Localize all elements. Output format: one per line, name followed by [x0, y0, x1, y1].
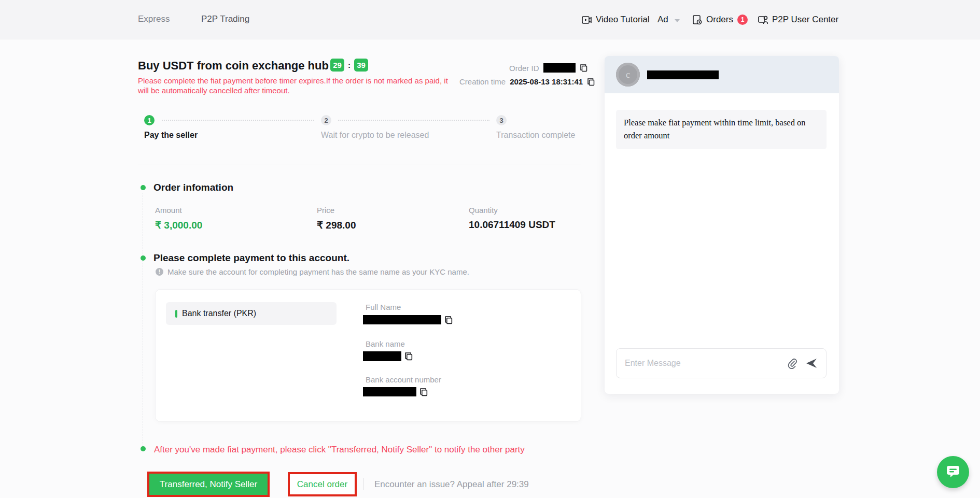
p2p-user-center-icon	[758, 15, 768, 24]
support-chat-fab[interactable]	[937, 456, 969, 488]
nav-video-tutorial[interactable]: Video Tutorial	[582, 0, 650, 39]
chat-message-bubble: Please make fiat payment within time lim…	[616, 110, 827, 149]
top-nav: Express P2P Trading Video Tutorial Ad	[0, 0, 980, 39]
transferred-notify-seller-button[interactable]: Transferred, Notify Seller	[149, 474, 268, 495]
chat-panel: c Please make fiat payment within time l…	[605, 56, 839, 394]
info-icon: !	[156, 268, 163, 276]
copy-bank-name-icon[interactable]	[404, 352, 413, 361]
bank-name-value-row	[363, 351, 413, 361]
video-tutorial-label: Video Tutorial	[596, 15, 650, 25]
quantity-value: 10.06711409 USDT	[469, 219, 555, 231]
price-label: Price	[317, 206, 334, 215]
divider	[138, 164, 581, 164]
quantity-label: Quantity	[469, 206, 498, 215]
timeline-dot	[141, 255, 146, 261]
counterparty-avatar[interactable]: c	[616, 63, 640, 87]
creation-time-row: Creation time 2025-08-13 18:31:41	[459, 77, 595, 86]
timer-minutes: 29	[330, 59, 344, 72]
kyc-note: ! Make sure the account for completing p…	[156, 267, 469, 276]
cancel-button-highlight: Cancel order	[288, 472, 357, 496]
step-1-label: Pay the seller	[144, 131, 198, 140]
creation-time-value: 2025-08-13 18:31:41	[510, 77, 583, 86]
step-connector	[162, 120, 314, 121]
payment-method-label: Bank transfer (PKR)	[182, 309, 256, 318]
copy-order-id-icon[interactable]	[580, 64, 588, 72]
copy-bank-account-icon[interactable]	[419, 388, 428, 396]
payment-method-tab[interactable]: Bank transfer (PKR)	[166, 302, 337, 325]
order-id-label: Order ID	[509, 64, 539, 73]
appeal-text: Encounter an issue? Appeal after 29:39	[374, 479, 529, 490]
step-2-circle: 2	[321, 115, 331, 125]
step-3-label: Transaction complete	[496, 131, 575, 140]
chevron-down-icon	[675, 19, 680, 22]
nav-ad-menu[interactable]: Ad	[657, 0, 680, 39]
nav-orders[interactable]: Orders 1	[693, 0, 748, 39]
payment-heading: Please complete payment to this account.	[153, 252, 349, 264]
ad-label: Ad	[657, 15, 668, 25]
divider	[363, 478, 363, 490]
transferred-button-highlight: Transferred, Notify Seller	[147, 472, 270, 497]
nav-tab-express[interactable]: Express	[138, 14, 170, 24]
chat-header: c	[605, 56, 839, 93]
chat-message-input[interactable]	[625, 359, 787, 368]
orders-icon	[693, 15, 702, 25]
send-icon[interactable]	[806, 358, 818, 368]
p2p-user-center-label: P2P User Center	[772, 15, 838, 25]
copy-full-name-icon[interactable]	[444, 316, 453, 324]
p2p-order-page: Express P2P Trading Video Tutorial Ad	[0, 0, 980, 498]
full-name-label: Full Name	[366, 303, 401, 311]
timeline-dashed-line	[143, 193, 143, 449]
attachment-icon[interactable]	[787, 358, 797, 369]
amount-value: ₹ 3,000.00	[155, 219, 202, 231]
timeline-dot	[141, 446, 146, 451]
price-value: ₹ 298.00	[317, 219, 356, 231]
amount-label: Amount	[155, 206, 182, 215]
orders-count-badge: 1	[737, 15, 748, 25]
full-name-value-row	[363, 315, 453, 324]
step-2-label: Wait for crypto to be released	[321, 131, 429, 140]
timeout-warning: Please complete the fiat payment before …	[138, 76, 454, 95]
kyc-note-text: Make sure the account for completing pay…	[167, 267, 469, 276]
bank-name-label: Bank name	[366, 339, 405, 348]
orders-label: Orders	[706, 15, 733, 25]
chat-bubble-icon	[945, 464, 961, 480]
step-3-circle: 3	[496, 115, 507, 125]
nav-tab-p2p-trading[interactable]: P2P Trading	[201, 14, 249, 24]
video-tutorial-icon	[582, 16, 592, 24]
chat-input-box	[616, 348, 827, 378]
nav-p2p-user-center[interactable]: P2P User Center	[758, 0, 838, 39]
timer-seconds: 39	[354, 59, 368, 72]
bank-account-number-label: Bank account number	[366, 375, 441, 384]
timeline-dot	[141, 185, 146, 190]
payment-account-card: Bank transfer (PKR) Full Name Bank name	[155, 289, 581, 422]
counterparty-name-redacted	[647, 70, 719, 79]
bank-account-number-value-row	[363, 387, 428, 396]
full-name-redacted	[363, 315, 441, 324]
copy-creation-time-icon[interactable]	[587, 78, 595, 86]
creation-time-label: Creation time	[459, 77, 506, 86]
bank-name-redacted	[363, 351, 401, 361]
cancel-order-button[interactable]: Cancel order	[290, 474, 355, 494]
payment-timer: 29 : 39	[330, 59, 368, 72]
page-title: Buy USDT from coin exchange hub	[138, 59, 329, 73]
step-1-circle: 1	[144, 115, 155, 125]
timer-separator: :	[348, 61, 351, 69]
bank-account-number-redacted	[363, 387, 416, 396]
step-connector	[338, 120, 489, 121]
order-id-redacted	[543, 63, 576, 73]
active-method-indicator	[175, 310, 177, 318]
order-id-row: Order ID	[509, 63, 588, 73]
order-info-heading: Order infomation	[153, 182, 233, 193]
payment-instruction: After you've made fiat payment, please c…	[154, 445, 525, 455]
